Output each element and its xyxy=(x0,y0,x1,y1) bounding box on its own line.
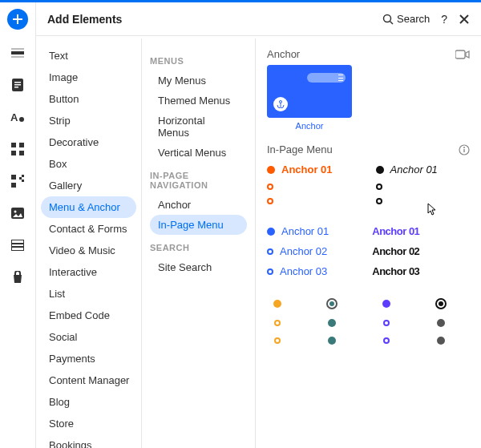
subcategory-heading: SEARCH xyxy=(150,243,247,252)
svg-rect-4 xyxy=(14,82,21,83)
svg-rect-2 xyxy=(11,56,24,58)
category-list: TextImageButtonStripDecorativeBoxGallery… xyxy=(36,38,142,448)
svg-line-21 xyxy=(390,21,394,24)
subcategory-heading: IN-PAGE NAVIGATION xyxy=(150,171,247,190)
svg-rect-1 xyxy=(11,48,24,50)
category-item[interactable]: Image xyxy=(41,67,136,88)
list-item: Anchor 03 xyxy=(280,265,327,277)
inpage-menu-preset-serif[interactable]: Anchor 01 xyxy=(376,163,438,204)
category-item[interactable]: Text xyxy=(41,45,136,67)
panel-title: Add Elements xyxy=(47,13,122,26)
subcategory-item[interactable]: Anchor xyxy=(150,195,247,215)
panel-header: Add Elements Search ? xyxy=(36,2,481,36)
add-icon[interactable] xyxy=(7,9,28,30)
category-item[interactable]: Menu & Anchor xyxy=(41,196,136,218)
subcategory-heading: MENUS xyxy=(150,56,247,66)
category-item[interactable]: Video & Music xyxy=(41,240,136,261)
close-icon[interactable] xyxy=(459,14,470,25)
svg-point-20 xyxy=(384,14,391,22)
search-icon xyxy=(382,14,394,25)
category-item[interactable]: Bookings xyxy=(41,434,136,448)
svg-point-16 xyxy=(14,211,17,213)
category-item[interactable]: List xyxy=(41,283,136,305)
svg-rect-5 xyxy=(14,84,21,86)
svg-rect-9 xyxy=(11,143,16,147)
subcategory-item[interactable]: Vertical Menus xyxy=(150,143,247,163)
blocks-icon[interactable] xyxy=(9,172,26,190)
svg-rect-12 xyxy=(19,151,24,155)
dot-menu-presets xyxy=(267,298,470,345)
inpage-menu-preset-blue[interactable]: Anchor 01 Anchor 02 Anchor 03 xyxy=(267,225,329,277)
category-item[interactable]: Embed Code xyxy=(41,305,136,326)
info-icon[interactable] xyxy=(459,144,470,155)
category-item[interactable]: Decorative xyxy=(41,131,136,153)
category-item[interactable]: Box xyxy=(41,153,136,175)
category-item[interactable]: Store xyxy=(41,413,136,434)
subcategory-item[interactable]: My Menus xyxy=(150,71,247,91)
svg-point-23 xyxy=(280,101,282,103)
category-item[interactable]: Contact & Forms xyxy=(41,218,136,240)
video-icon[interactable] xyxy=(455,50,470,59)
list-item: Anchor 02 xyxy=(280,245,327,257)
svg-rect-13 xyxy=(11,175,16,180)
svg-rect-17 xyxy=(11,240,24,251)
list-item: Anchor 01 xyxy=(281,163,333,176)
section-icon[interactable] xyxy=(9,44,26,62)
svg-point-8 xyxy=(19,117,24,122)
list-item: Anchor 02 xyxy=(372,245,419,257)
dot-preset[interactable] xyxy=(272,298,283,309)
add-elements-panel: Add Elements Search ? TextImageButtonStr… xyxy=(35,2,481,448)
category-item[interactable]: Interactive xyxy=(41,261,136,283)
search-button[interactable]: Search xyxy=(382,13,430,25)
tool-rail: A xyxy=(0,2,35,448)
inpage-menu-preset-orange[interactable]: Anchor 01 xyxy=(267,163,333,204)
page-icon[interactable] xyxy=(9,76,26,94)
svg-point-26 xyxy=(463,147,465,148)
category-item[interactable]: Button xyxy=(41,88,136,110)
category-item[interactable]: Payments xyxy=(41,348,136,369)
list-item: Anchor 01 xyxy=(281,225,329,237)
subcategory-list: MENUSMy MenusThemed MenusHorizontal Menu… xyxy=(142,38,256,448)
content-pane: Anchor Anchor In-Page Menu Anchor 01 xyxy=(256,38,481,448)
table-icon[interactable] xyxy=(9,236,26,254)
font-icon[interactable]: A xyxy=(9,108,26,126)
category-item[interactable]: Gallery xyxy=(41,175,136,196)
section-title-inpage: In-Page Menu xyxy=(267,143,333,155)
category-item[interactable]: Blog xyxy=(41,391,136,413)
section-title-anchor: Anchor xyxy=(267,48,300,60)
svg-rect-11 xyxy=(11,151,16,155)
help-icon[interactable]: ? xyxy=(441,13,447,26)
svg-rect-14 xyxy=(11,183,16,188)
media-icon[interactable] xyxy=(9,204,26,222)
category-item[interactable]: Strip xyxy=(41,110,136,131)
svg-rect-10 xyxy=(19,143,24,147)
list-item: Anchor 01 xyxy=(372,225,419,237)
list-item: Anchor 03 xyxy=(372,265,419,277)
svg-rect-6 xyxy=(14,87,18,88)
dot-preset[interactable] xyxy=(381,298,392,309)
subcategory-item[interactable]: In-Page Menu xyxy=(150,215,247,235)
anchor-tile-caption: Anchor xyxy=(267,121,352,131)
anchor-element-tile[interactable]: Anchor xyxy=(267,65,352,131)
apps-icon[interactable] xyxy=(9,140,26,158)
svg-rect-0 xyxy=(11,51,24,54)
dot-preset[interactable] xyxy=(435,298,447,309)
svg-rect-22 xyxy=(455,50,465,59)
svg-text:A: A xyxy=(10,111,18,123)
subcategory-item[interactable]: Horizontal Menus xyxy=(150,111,247,143)
svg-rect-27 xyxy=(463,149,464,152)
category-item[interactable]: Content Manager xyxy=(41,369,136,391)
list-item: Anchor 01 xyxy=(390,163,438,176)
category-item[interactable]: Social xyxy=(41,326,136,348)
inpage-menu-preset-bold[interactable]: Anchor 01 Anchor 02 Anchor 03 xyxy=(372,225,419,277)
subcategory-item[interactable]: Site Search xyxy=(150,257,247,277)
dot-preset[interactable] xyxy=(326,298,338,309)
search-label: Search xyxy=(397,13,430,25)
subcategory-item[interactable]: Themed Menus xyxy=(150,91,247,111)
anchor-icon xyxy=(273,97,288,111)
store-icon[interactable] xyxy=(9,268,26,286)
